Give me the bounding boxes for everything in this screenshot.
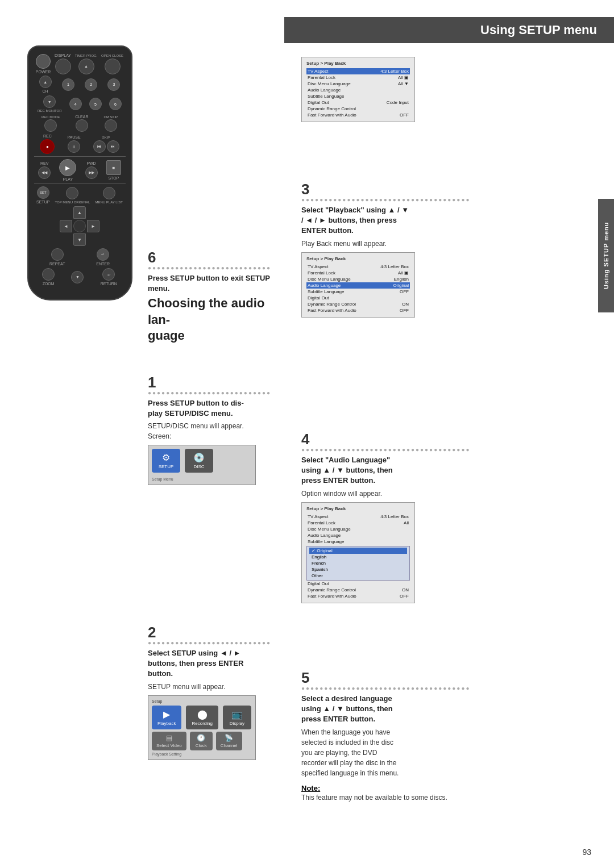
dpad-up-button[interactable]: ▲ bbox=[73, 206, 86, 219]
note-section: Note: This feature may not be available … bbox=[301, 784, 580, 803]
timer-prog-button[interactable]: ▲ bbox=[78, 59, 94, 74]
step1-instruction: Press SETUP button to dis-play SETUP/DIS… bbox=[148, 398, 279, 419]
ch-down-button[interactable]: ▼ bbox=[43, 95, 56, 108]
return-label: RETURN bbox=[101, 282, 117, 286]
open-close-button[interactable] bbox=[105, 59, 121, 74]
step2-dots: ●●●●●●●●●●●●●●●●●●●●●●●●●●● bbox=[148, 640, 279, 646]
audio-lang-row-init: Audio Language bbox=[306, 87, 410, 93]
note-text: This feature may not be available to som… bbox=[301, 794, 447, 802]
step3-description: Play Back menu will appear. bbox=[301, 239, 580, 249]
playback-icon: ▶ Playback bbox=[152, 706, 181, 729]
step2-instruction: Select SETUP using ◄ / ►buttons, then pr… bbox=[148, 648, 279, 679]
fwd-label: FWD bbox=[87, 161, 96, 165]
opt-fast-fwd-row: Fast Forward with AudioOFF bbox=[306, 593, 410, 599]
fwd-button[interactable]: ▶▶ bbox=[85, 166, 98, 179]
disc-menu-lang-row-init: Disc Menu LanguageAll ▼ bbox=[306, 81, 410, 87]
opt-tv-aspect-row: TV Aspect4:3 Letter Box bbox=[306, 514, 410, 520]
pause-button[interactable]: ⏸ bbox=[68, 140, 80, 153]
play-button[interactable]: ▶ bbox=[59, 159, 76, 176]
power-button[interactable] bbox=[36, 54, 51, 69]
initial-screen-title: Setup > Play Back bbox=[306, 61, 410, 66]
step3-dots: ●●●●●●●●●●●●●●●●●●●●●●●●●●●●●●●●●●●●● bbox=[301, 197, 580, 203]
dpad-center bbox=[73, 220, 86, 232]
pb-digital-out-row: Digital Out bbox=[306, 295, 410, 301]
step1-section: 1 ●●●●●●●●●●●●●●●●●●●●●●●●●●● Press SETU… bbox=[148, 375, 279, 485]
dpad-right-button[interactable]: ► bbox=[87, 220, 99, 232]
option-other: Other bbox=[309, 573, 407, 579]
repeat-label: REPEAT bbox=[49, 262, 65, 266]
step5-section: 5 ●●●●●●●●●●●●●●●●●●●●●●●●●●●●●●●●●●●●● … bbox=[301, 670, 580, 803]
num5-button[interactable]: 5 bbox=[89, 98, 102, 110]
opt-parental-row: Parental LockAll bbox=[306, 520, 410, 526]
step3-section: 3 ●●●●●●●●●●●●●●●●●●●●●●●●●●●●●●●●●●●●● … bbox=[301, 182, 580, 318]
pb-subtitle-row: Subtitle LanguageOFF bbox=[306, 289, 410, 295]
rev-button[interactable]: ◀◀ bbox=[38, 166, 51, 179]
setup-disc-screen: ⚙ SETUP 💿 DISC Setup Menu bbox=[148, 445, 256, 485]
setup-label: SETUP bbox=[36, 200, 49, 204]
menu-label: MENU PLAY LIST bbox=[95, 201, 122, 204]
step5-description: When the language you haveselected is in… bbox=[301, 727, 580, 778]
option-screen: Setup > Play Back TV Aspect4:3 Letter Bo… bbox=[301, 502, 415, 603]
option-french: French bbox=[309, 560, 407, 566]
opt-subtitle-row: Subtitle Language bbox=[306, 539, 410, 545]
pb-parental-row: Parental LockAll ▣ bbox=[306, 270, 410, 276]
remote-control: POWER DISPLAY TIMER PROG. ▲ OPEN CLOSE ▲… bbox=[27, 45, 132, 301]
return-button[interactable]: ↩ bbox=[102, 268, 115, 281]
clear-label: CLEAR bbox=[75, 115, 88, 119]
num2-button[interactable]: 2 bbox=[85, 78, 97, 91]
clear-button[interactable] bbox=[76, 119, 88, 132]
setup-button[interactable]: SET bbox=[37, 186, 49, 199]
num6-button[interactable]: 6 bbox=[109, 98, 122, 110]
nav-down-button[interactable]: ▼ bbox=[71, 271, 84, 283]
step6-section: 6 ●●●●●●●●●●●●●●●●●●●●●●●●●●● Press SETU… bbox=[148, 250, 273, 296]
step3-instruction: Select "Playback" using ▲ / ▼/ ◄ / ► but… bbox=[301, 205, 580, 236]
option-dropdown: ✓ Original English French Spanish Other bbox=[306, 546, 410, 581]
enter-button[interactable]: ↵ bbox=[97, 248, 109, 261]
rec-mode-button[interactable] bbox=[44, 119, 57, 132]
remote-control-area: POWER DISPLAY TIMER PROG. ▲ OPEN CLOSE ▲… bbox=[17, 45, 142, 301]
skip-fwd-button[interactable]: ⏭ bbox=[107, 140, 119, 153]
rec-button[interactable]: ● bbox=[40, 139, 55, 154]
dpad-down-button[interactable]: ▼ bbox=[73, 233, 86, 246]
pb-dynamic-range-row: Dynamic Range ControlON bbox=[306, 301, 410, 307]
initial-screen-area: Setup > Play Back TV Aspect4:3 Letter Bo… bbox=[301, 57, 421, 122]
option-original: ✓ Original bbox=[309, 548, 407, 554]
zoom-button[interactable] bbox=[42, 268, 55, 281]
digital-out-row-init: Digital OutCode Input bbox=[306, 99, 410, 106]
ch-up-button[interactable]: ▲ bbox=[39, 76, 52, 88]
repeat-button[interactable] bbox=[51, 248, 64, 261]
menu-button[interactable] bbox=[103, 187, 115, 199]
num4-button[interactable]: 4 bbox=[69, 98, 82, 110]
step1-dots: ●●●●●●●●●●●●●●●●●●●●●●●●●●● bbox=[148, 390, 279, 396]
skip-back-button[interactable]: ⏮ bbox=[93, 140, 106, 153]
ch-label: CH bbox=[43, 89, 48, 93]
select-video-icon: ▤ Select Video bbox=[152, 732, 186, 750]
section-heading-area: Choosing the audio lan-guage bbox=[148, 295, 279, 350]
num3-button[interactable]: 3 bbox=[107, 78, 120, 91]
side-tab-label: Using SETUP menu bbox=[603, 222, 609, 289]
stop-button[interactable]: ■ bbox=[106, 160, 121, 175]
section-heading-title: Choosing the audio lan-guage bbox=[148, 295, 279, 344]
step6-dots: ●●●●●●●●●●●●●●●●●●●●●●●●●●● bbox=[148, 265, 273, 271]
initial-playback-screen: Setup > Play Back TV Aspect4:3 Letter Bo… bbox=[301, 57, 415, 122]
step4-description: Option window will appear. bbox=[301, 489, 580, 499]
option-spanish: Spanish bbox=[309, 566, 407, 573]
option-screen-title: Setup > Play Back bbox=[306, 506, 410, 511]
step6-instruction: Press SETUP button to exit SETUP menu. bbox=[148, 273, 273, 294]
num1-button[interactable]: 1 bbox=[62, 78, 74, 91]
recording-icon: ⬤ Recording bbox=[186, 706, 218, 729]
side-tab: Using SETUP menu bbox=[598, 199, 614, 312]
play-label: PLAY bbox=[63, 177, 73, 181]
rev-label: REV bbox=[40, 161, 48, 165]
step2-section: 2 ●●●●●●●●●●●●●●●●●●●●●●●●●●● Select SET… bbox=[148, 625, 279, 760]
stop-label: STOP bbox=[108, 176, 119, 180]
display-button[interactable] bbox=[55, 59, 71, 74]
top-menu-button[interactable] bbox=[66, 187, 78, 199]
step2-number: 2 bbox=[148, 625, 279, 640]
cm-skip-button[interactable] bbox=[105, 119, 117, 132]
step6-number: 6 bbox=[148, 250, 273, 265]
playback-screen: Setup > Play Back TV Aspect4:3 Letter Bo… bbox=[301, 252, 415, 318]
top-menu-label: TOP MENU ORIGINAL bbox=[55, 201, 90, 204]
dpad-left-button[interactable]: ◄ bbox=[60, 220, 72, 232]
page-number: 93 bbox=[582, 848, 591, 857]
